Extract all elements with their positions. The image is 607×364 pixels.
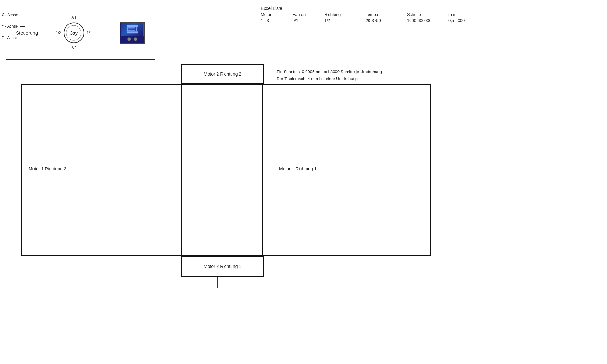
lcd-display: ████████████ █ ▀▀▀▀▀▀▀ █ █ ▄▄▄▄▄▄▄ █ ███… (120, 22, 145, 44)
excel-header-row: Motor___ Fahren___ Richtung_____ Tempo__… (261, 12, 480, 17)
excel-title: Excel Liste (261, 6, 480, 11)
bottom-connector-box (210, 288, 231, 309)
motor2-top-label: Motor 2 Richtung 2 (204, 72, 241, 77)
main-table: Motor 1 Richtung 2 Motor 1 Richtung 1 (21, 84, 431, 256)
bottom-connector (210, 277, 231, 309)
joy-right-label: 1/1 (87, 31, 92, 35)
lcd-btn-right[interactable] (134, 37, 137, 41)
col-mm-header: mm___ (448, 12, 480, 17)
motor2-bottom-box: Motor 2 Richtung 1 (181, 256, 264, 277)
joystick-inner-circle[interactable]: Joy (66, 25, 81, 40)
excel-data-row: 1 - 3 0/1 1/2 20-3750 1000-600000 0,5 - … (261, 18, 480, 23)
col-tempo-header: Tempo_______ (366, 12, 407, 17)
col-fahren-data: 0/1 (293, 18, 324, 23)
motor2-bottom-label: Motor 2 Richtung 1 (204, 264, 241, 269)
col-motor-header: Motor___ (261, 12, 293, 17)
col-schritte-header: Schritte________ (407, 12, 448, 17)
motor1-dir1-label: Motor 1 Richtung 1 (279, 166, 317, 171)
col-mm-data: 0,5 - 300 (448, 18, 480, 23)
control-box: Steuerung 1/2 2/1 Joy 2/2 1/1 (6, 6, 155, 60)
joy-text: Joy (70, 30, 78, 35)
bottom-connector-lines (217, 277, 224, 288)
lcd-btn-left[interactable] (127, 37, 131, 41)
note-line2: Der Tisch macht 4 mm bei einer Umdrehung (277, 75, 382, 82)
lcd-screen: ████████████ █ ▀▀▀▀▀▀▀ █ █ ▄▄▄▄▄▄▄ █ ███… (121, 23, 144, 36)
right-connector (431, 149, 456, 182)
joy-bottom-label: 2/2 (71, 46, 77, 50)
motor2-top-box: Motor 2 Richtung 2 (181, 64, 264, 84)
col-fahren-header: Fahren___ (293, 12, 324, 17)
col-schritte-data: 1000-600000 (407, 18, 448, 23)
center-strip (181, 85, 263, 255)
lcd-buttons (127, 37, 137, 41)
excel-table: Excel Liste Motor___ Fahren___ Richtung_… (261, 6, 480, 23)
joy-left-label: 1/2 (56, 31, 61, 35)
main-container: X - Achse Y - Achse Z - Achse Steuerung … (0, 0, 607, 364)
col-richtung-data: 1/2 (324, 18, 366, 23)
col-tempo-data: 20-3750 (366, 18, 407, 23)
joy-top-label: 2/1 (71, 16, 77, 20)
steuerung-label: Steuerung (16, 30, 38, 36)
col-motor-data: 1 - 3 (261, 18, 293, 23)
note-line1: Ein Schritt ist 0,0005mm, bei 8000 Schri… (277, 68, 382, 75)
note-text: Ein Schritt ist 0,0005mm, bei 8000 Schri… (277, 68, 382, 82)
col-richtung-header: Richtung_____ (324, 12, 366, 17)
motor1-dir2-label: Motor 1 Richtung 2 (29, 166, 66, 171)
joystick-outer-circle: Joy (64, 23, 84, 43)
